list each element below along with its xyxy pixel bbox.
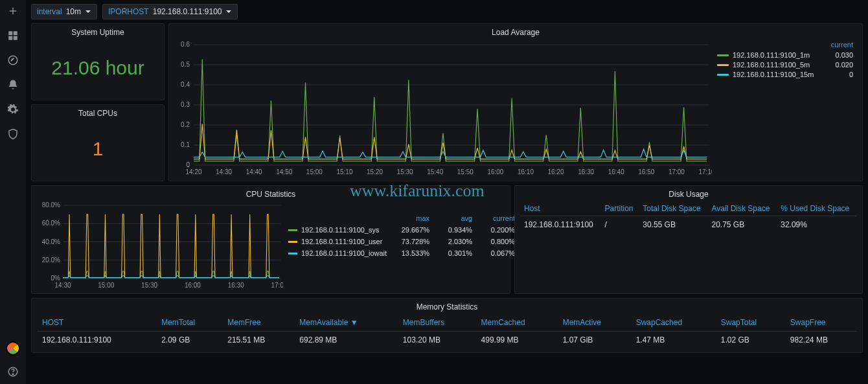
legend-header: max — [391, 214, 429, 222]
svg-text:15:00: 15:00 — [306, 168, 323, 175]
panel-title: Load Avarage — [174, 28, 857, 37]
legend-swatch — [288, 253, 297, 254]
legend-avg: 0.934% — [433, 226, 472, 234]
legend-swatch — [717, 74, 729, 76]
cpus-value: 1 — [93, 138, 104, 160]
legend-value: 0.020 — [827, 61, 853, 69]
svg-text:0.4: 0.4 — [181, 81, 190, 88]
help-icon[interactable] — [7, 366, 19, 378]
svg-text:0.1: 0.1 — [181, 141, 190, 148]
svg-text:14:30: 14:30 — [216, 168, 232, 175]
svg-text:16:10: 16:10 — [518, 168, 534, 175]
table-header[interactable]: SwapFree — [785, 314, 857, 332]
panel-load-average[interactable]: Load Avarage 00.10.20.30.40.50.614:2014:… — [168, 23, 863, 181]
table-header[interactable]: Avail Disk Space — [708, 201, 777, 216]
shield-icon[interactable] — [7, 128, 19, 140]
svg-text:16:40: 16:40 — [608, 168, 624, 175]
table-row[interactable]: 192.168.0.111:9100/30.55 GB20.75 GB32.09… — [520, 216, 857, 234]
uptime-value: 21.06 hour — [51, 58, 144, 78]
svg-text:16:20: 16:20 — [548, 168, 564, 175]
svg-text:16:00: 16:00 — [185, 282, 201, 289]
interval-picker[interactable]: interval 10m — [31, 4, 97, 19]
table-header[interactable]: Host — [520, 201, 601, 216]
svg-rect-2 — [8, 36, 12, 40]
svg-text:15:20: 15:20 — [367, 168, 383, 175]
interval-label: interval — [37, 7, 62, 16]
host-picker[interactable]: IPORHOST 192.168.0.111:9100 — [102, 4, 238, 19]
dashboard-icon[interactable] — [7, 30, 19, 41]
panel-title: CPU Statistics — [37, 190, 505, 199]
legend-name: 192.168.0.111:9100_15m — [733, 71, 823, 78]
panel-cpu-statistics[interactable]: CPU Statistics 0%20.0%40.0%60.0%80.0%14:… — [31, 185, 510, 294]
table-header[interactable]: Partition — [601, 201, 639, 216]
chevron-down-icon — [225, 8, 232, 15]
explore-icon[interactable] — [7, 54, 19, 66]
memory-table: HOSTMemTotalMemFreeMemAvailable ▼MemBuff… — [37, 314, 857, 348]
legend-avg: 0.301% — [433, 249, 472, 257]
chevron-down-icon — [85, 8, 91, 15]
panel-title: Memory Statistics — [37, 302, 857, 311]
svg-text:15:30: 15:30 — [141, 282, 157, 289]
panel-system-uptime[interactable]: System Uptime 21.06 hour — [31, 23, 165, 100]
table-header[interactable]: MemCached — [476, 314, 558, 332]
table-header[interactable]: HOST — [37, 314, 156, 332]
panel-title: Total CPUs — [37, 109, 159, 118]
table-header[interactable]: MemAvailable ▼ — [294, 314, 398, 332]
legend-row[interactable]: 192.168.0.111:9100_5m 0.020 — [717, 61, 853, 69]
legend-name: 192.168.0.111:9100_5m — [733, 61, 823, 69]
bell-icon[interactable] — [7, 79, 19, 91]
svg-text:17:00: 17:00 — [668, 168, 685, 175]
svg-text:17:10: 17:10 — [698, 168, 712, 175]
legend-row[interactable]: 192.168.0.111:9100_1m 0.030 — [717, 51, 853, 59]
svg-text:80.0%: 80.0% — [42, 201, 60, 209]
plus-icon[interactable] — [7, 5, 19, 17]
svg-text:20.0%: 20.0% — [42, 256, 60, 264]
panel-total-cpus[interactable]: Total CPUs 1 — [31, 104, 165, 181]
svg-text:15:00: 15:00 — [98, 282, 114, 289]
legend-name: 192.168.0.111:9100_1m — [733, 51, 823, 59]
legend-current: 0.800% — [476, 238, 515, 245]
svg-text:0.6: 0.6 — [181, 41, 190, 48]
legend-header: avg — [433, 214, 472, 222]
svg-text:16:50: 16:50 — [638, 168, 654, 175]
left-sidebar — [0, 0, 26, 384]
table-row[interactable]: 192.168.0.111:91002.09 GB215.51 MB692.89… — [37, 332, 857, 349]
table-header[interactable]: MemActive — [558, 314, 631, 332]
svg-rect-3 — [14, 36, 17, 40]
interval-value: 10m — [66, 7, 81, 16]
svg-text:16:30: 16:30 — [578, 168, 594, 175]
svg-text:0: 0 — [186, 161, 190, 168]
svg-text:14:40: 14:40 — [246, 168, 262, 175]
panel-disk-usage[interactable]: Disk Usage HostPartitionTotal Disk Space… — [514, 185, 863, 294]
cpu-legend: maxavgcurrent 192.168.0.111:9100_sys 29.… — [283, 201, 505, 289]
svg-text:0.3: 0.3 — [181, 101, 190, 108]
table-header[interactable]: MemTotal — [156, 314, 222, 332]
legend-row[interactable]: 192.168.0.111:9100_15m 0 — [717, 71, 853, 78]
svg-text:0.5: 0.5 — [181, 61, 190, 68]
table-header[interactable]: MemFree — [222, 314, 294, 332]
panel-memory-statistics[interactable]: Memory Statistics HOSTMemTotalMemFreeMem… — [31, 298, 863, 353]
legend-avg: 2.030% — [433, 238, 472, 245]
legend-value: 0.030 — [827, 51, 853, 59]
load-legend: current 192.168.0.111:9100_1m 0.030 192.… — [712, 40, 857, 175]
legend-current: 0.200% — [476, 226, 515, 234]
grafana-logo-icon[interactable] — [6, 341, 20, 356]
table-header[interactable]: SwapCached — [631, 314, 716, 332]
host-label: IPORHOST — [108, 7, 149, 16]
gear-icon[interactable] — [7, 104, 19, 115]
table-header[interactable]: Total Disk Space — [639, 201, 707, 216]
table-header[interactable]: MemBuffers — [398, 314, 476, 332]
legend-max: 13.533% — [391, 249, 429, 257]
legend-name[interactable]: 192.168.0.111:9100_iowait — [301, 249, 387, 257]
svg-text:16:00: 16:00 — [487, 168, 503, 175]
legend-name[interactable]: 192.168.0.111:9100_sys — [301, 226, 387, 234]
load-chart: 00.10.20.30.40.50.614:2014:3014:4014:501… — [174, 40, 712, 175]
legend-swatch — [717, 64, 729, 66]
svg-rect-1 — [14, 31, 17, 35]
table-header[interactable]: % Used Disk Space — [777, 201, 857, 216]
legend-name[interactable]: 192.168.0.111:9100_user — [301, 238, 387, 245]
svg-text:15:40: 15:40 — [427, 168, 443, 175]
legend-swatch — [717, 54, 729, 56]
svg-text:0%: 0% — [51, 275, 61, 282]
table-header[interactable]: SwapTotal — [716, 314, 785, 332]
